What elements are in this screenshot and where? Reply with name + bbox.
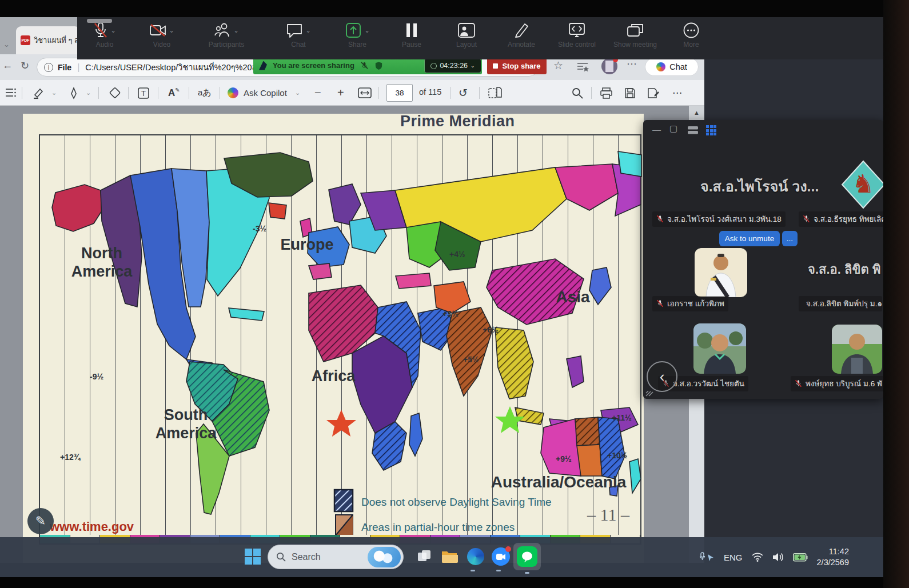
world-timezone-map: North America Europe Africa Asia South A… (39, 134, 641, 545)
save-as-icon[interactable] (647, 87, 660, 99)
participant-more-button[interactable]: ... (782, 231, 798, 246)
file-explorer-button[interactable] (438, 545, 461, 568)
add-text-icon[interactable]: T (137, 87, 150, 99)
favorite-star-icon[interactable]: ☆ (553, 59, 563, 72)
highlighter-chevron-icon[interactable]: ⌄ (51, 89, 57, 97)
line-app-button[interactable] (513, 543, 541, 570)
taskbar-search[interactable]: Search (268, 545, 404, 569)
copilot-toolbar-icon[interactable] (228, 87, 238, 98)
ask-copilot-button[interactable]: Ask Copilot (244, 80, 287, 106)
stop-share-button[interactable]: Stop share (487, 57, 547, 74)
zoom-video-button[interactable]: ⌄ Video (134, 22, 189, 49)
annotate-pen-fab[interactable]: ✎ (27, 508, 54, 534)
copilot-chat-button[interactable]: Chat (645, 58, 699, 76)
tray-mic-pointer-icon[interactable] (700, 552, 715, 562)
search-icon[interactable] (572, 87, 583, 99)
participant-avatar-casual[interactable] (693, 323, 746, 374)
page-number-input[interactable]: 38 (386, 84, 413, 102)
pdf-page-number: – 11 – (587, 505, 630, 524)
scroll-up-arrow[interactable]: ▲ (689, 106, 704, 119)
zoom-show-meeting-label: Show meeting (608, 41, 663, 49)
zoom-out-button[interactable]: − (314, 80, 321, 106)
pdf-toolbar: ⌄ ⌄ T A✎ aあ Ask (0, 80, 704, 106)
windows-taskbar: Search (0, 537, 883, 577)
collections-icon[interactable] (576, 61, 589, 73)
participants-icon (214, 22, 231, 39)
volume-icon[interactable] (772, 552, 784, 562)
zoom-chat-button[interactable]: ⌄ Chat (271, 22, 326, 49)
zoom-slide-control-button[interactable]: Slide control (549, 22, 604, 49)
edge-browser-button[interactable] (464, 545, 487, 568)
browser-menu-icon[interactable]: ⋯ (627, 58, 637, 70)
mic-muted-icon (93, 22, 108, 39)
battery-charging-icon[interactable] (793, 553, 808, 562)
sharing-timer[interactable]: 04:23:26 ⌄ (424, 58, 481, 73)
copilot-chevron-icon[interactable]: ⌄ (295, 89, 300, 97)
video-off-name: จ.ส.อ. ลิขิต พิ (808, 259, 880, 279)
mic-muted-mini-icon (360, 61, 369, 70)
print-icon[interactable] (600, 87, 612, 99)
toc-icon[interactable] (6, 88, 16, 97)
panel-strip-view-icon[interactable] (688, 126, 698, 134)
laptop-bezel-right (883, 0, 909, 588)
save-icon[interactable] (624, 87, 636, 99)
back-button[interactable]: ← (2, 59, 13, 71)
zoom-share-button[interactable]: ⌄ Share (330, 22, 385, 49)
refresh-button[interactable]: ↻ (21, 59, 29, 72)
zoom-in-button[interactable]: + (337, 80, 344, 106)
copilot-chat-label: Chat (669, 62, 687, 71)
pen-chevron-icon[interactable]: ⌄ (86, 89, 91, 97)
tab-search-icon[interactable]: ⌄ (3, 40, 10, 49)
panel-gallery-view-icon[interactable] (706, 125, 716, 135)
source-url: www.time.gov (49, 519, 134, 534)
panel-speaker-view-icon[interactable]: ▢ (669, 125, 677, 134)
page-view-icon[interactable] (488, 87, 502, 99)
zoom-show-meeting-button[interactable]: Show meeting (608, 22, 663, 49)
eraser-icon[interactable] (109, 87, 121, 99)
annotation: +6½ (483, 325, 499, 334)
zoom-annotate-button[interactable]: Annotate (494, 22, 549, 49)
weather-widget-icon (368, 547, 401, 567)
zoom-audio-button[interactable]: ⌄ Audio (77, 22, 132, 49)
label-africa: Africa (312, 367, 356, 385)
laptop-bezel-bottom (0, 577, 909, 588)
participant-avatar-vest[interactable] (832, 325, 882, 374)
highlighter-icon[interactable] (32, 87, 45, 99)
clock-icon (430, 63, 437, 69)
zoom-participants-button[interactable]: ⌄ Participants (199, 22, 254, 49)
zoom-more-button[interactable]: More (664, 22, 719, 49)
tray-clock[interactable]: 11:42 2/3/2569 (817, 546, 849, 568)
pen-icon[interactable] (67, 87, 80, 99)
fit-width-icon[interactable] (358, 87, 372, 98)
pause-icon (405, 22, 418, 39)
browser-tab-pdf[interactable]: PDF วิชาแผนที่ ๆ ส (16, 26, 80, 54)
language-indicator[interactable]: ENG (724, 553, 743, 562)
camera-off-icon (149, 22, 166, 39)
resize-handle[interactable] (645, 386, 656, 397)
zoom-app-button[interactable] (489, 545, 512, 568)
ask-to-unmute-button[interactable]: Ask to unmute (719, 231, 780, 246)
rotate-icon[interactable]: ↺ (459, 80, 468, 106)
more-ellipsis-icon (683, 22, 700, 39)
zoom-pause-button[interactable]: Pause (384, 22, 439, 49)
stop-square-icon (493, 63, 498, 69)
read-aloud-icon[interactable]: A✎ (168, 80, 180, 106)
translate-icon[interactable]: aあ (198, 80, 212, 106)
pdf-more-icon[interactable]: ⋯ (672, 80, 682, 106)
panel-minimize-icon[interactable]: — (652, 126, 661, 135)
chat-bubble-icon (286, 22, 303, 39)
start-button[interactable] (241, 545, 264, 568)
zoom-fin-icon (259, 61, 267, 70)
label-north-america-1: North (81, 245, 122, 262)
zoom-layout-button[interactable]: Layout (439, 22, 494, 49)
line-app-icon (517, 546, 537, 567)
task-view-button[interactable] (413, 545, 436, 568)
svg-text:T: T (141, 89, 146, 98)
zoom-pause-label: Pause (384, 41, 439, 49)
windows-logo-icon (244, 548, 261, 565)
wifi-icon[interactable] (752, 553, 763, 562)
mic-muted-icon (656, 299, 664, 307)
participant-avatar-uniform[interactable] (695, 248, 747, 297)
share-screen-icon (345, 22, 362, 39)
page-info-icon[interactable]: i (44, 63, 53, 72)
